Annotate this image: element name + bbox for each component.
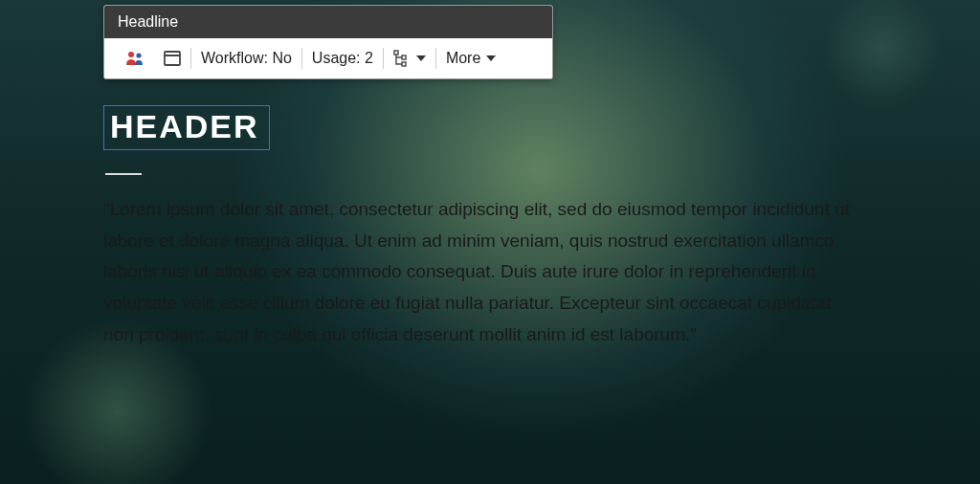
tree-dropdown-button[interactable]: [384, 50, 435, 67]
usage-label: Usage: 2: [312, 50, 373, 67]
toolbox-body: Workflow: No Usage: 2 More: [104, 38, 552, 78]
svg-point-0: [128, 52, 134, 57]
workflow-status[interactable]: Workflow: No: [191, 50, 301, 67]
window-icon-button[interactable]: [154, 51, 190, 66]
editor-toolbox: Headline Workflow: No Usage: 2: [103, 5, 553, 79]
more-button[interactable]: More: [436, 50, 505, 67]
workflow-label: Workflow: No: [201, 50, 292, 67]
body-paragraph[interactable]: "Lorem ipsum dolor sit amet, consectetur…: [103, 194, 850, 350]
toolbox-title: Headline: [104, 6, 552, 38]
svg-point-1: [136, 53, 141, 57]
page-header[interactable]: HEADER: [110, 108, 259, 145]
header-divider: [105, 173, 142, 175]
page-content: HEADER "Lorem ipsum dolor sit amet, cons…: [103, 105, 850, 350]
chevron-down-icon: [416, 55, 426, 61]
svg-rect-2: [165, 52, 180, 65]
svg-rect-5: [402, 55, 406, 59]
more-label: More: [446, 50, 480, 67]
svg-rect-4: [394, 51, 398, 55]
usage-status[interactable]: Usage: 2: [302, 50, 383, 67]
svg-rect-6: [402, 62, 406, 66]
users-icon-button[interactable]: [116, 50, 154, 67]
chevron-down-icon: [486, 55, 496, 61]
selected-element-frame[interactable]: HEADER: [103, 105, 270, 150]
